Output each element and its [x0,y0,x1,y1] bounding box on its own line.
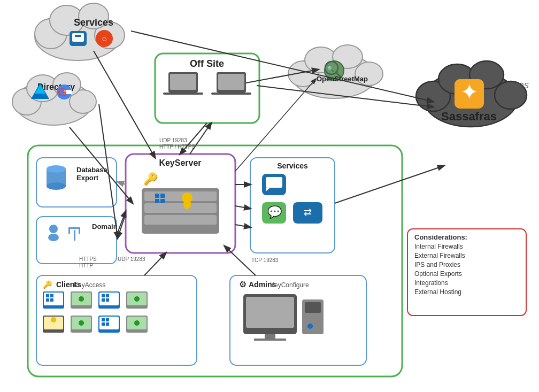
svg-rect-7 [75,35,81,37]
svg-rect-113 [106,322,109,326]
svg-rect-124 [305,302,321,313]
svg-point-107 [79,320,84,326]
svg-rect-97 [102,298,105,302]
svg-text:🔑: 🔑 [43,280,52,289]
proto-https-label: HTTPS [79,256,97,262]
svg-rect-122 [254,339,286,341]
considerations-item-1: Internal Firewalls [414,243,463,250]
sassafras-label: Sassafras [441,110,497,123]
keyserver-label: KeyServer [159,158,201,167]
svg-text:G: G [58,86,67,99]
svg-rect-95 [102,294,105,297]
svg-rect-87 [50,294,53,297]
svg-point-101 [134,296,140,302]
admins-sublabel: KeyConfigure [270,281,309,289]
diagram-container: Services ○ Directory G G [0,0,539,392]
svg-rect-53 [144,203,217,213]
svg-line-127 [94,51,155,158]
considerations-item-2: External Firewalls [414,252,465,259]
svg-point-92 [79,296,84,302]
svg-point-68 [49,225,58,233]
svg-rect-44 [163,93,203,95]
svg-rect-110 [102,318,105,321]
svg-rect-112 [102,322,105,326]
svg-rect-98 [106,298,109,302]
svg-point-104 [51,317,56,322]
svg-rect-86 [46,294,49,297]
proto-tcp-label: TCP 19283 [251,257,279,263]
proto-http-label: HTTP / HTTPS [159,144,195,150]
services-top-label: Services [74,17,113,28]
svg-text:💬: 💬 [267,205,282,219]
proto-udp2-label: UDP 19283 [118,256,145,262]
proto-udp-label: UDP 19283 [159,137,187,143]
svg-rect-54 [144,215,217,225]
svg-rect-71 [68,227,80,229]
svg-rect-6 [72,33,84,42]
svg-point-64 [47,182,66,190]
prs-label: PRS [513,81,529,90]
considerations-item-4: Optional Exports [414,270,462,278]
svg-text:⇄: ⇄ [304,207,312,218]
offsite-label: Off Site [190,58,224,69]
svg-text:○: ○ [102,34,107,43]
svg-rect-89 [50,298,53,302]
svg-point-60 [183,199,191,209]
svg-rect-57 [155,199,159,203]
svg-rect-73 [79,227,80,234]
svg-text:🔑: 🔑 [143,172,158,186]
svg-point-66 [47,165,66,173]
proto-http2-label: HTTP [79,263,93,268]
db-export-sublabel: Export [76,174,99,182]
svg-rect-46 [218,74,244,90]
considerations-title: Considerations: [414,233,467,241]
svg-point-69 [48,234,59,241]
svg-text:🔍: 🔍 [327,65,334,72]
svg-rect-120 [246,297,294,328]
svg-rect-56 [160,194,165,198]
svg-rect-55 [155,194,159,198]
svg-rect-111 [106,318,109,321]
considerations-item-3: IPS and Proxies [414,261,460,268]
svg-rect-76 [266,177,282,188]
svg-text:⚙: ⚙ [239,280,247,289]
clients-sublabel: KeyAccess [74,281,105,289]
svg-point-125 [307,324,313,329]
svg-rect-96 [106,294,109,297]
svg-rect-88 [46,298,49,302]
svg-rect-58 [160,199,165,203]
svg-text:✦: ✦ [461,81,477,103]
svg-rect-121 [265,334,275,339]
svg-rect-43 [170,74,196,90]
considerations-item-5: Integrations [414,279,448,287]
domain-label: Domain [92,222,118,230]
svg-rect-72 [68,227,70,234]
svg-point-116 [134,320,140,326]
svg-rect-47 [211,93,251,95]
services-right-label: Services [277,162,308,170]
svg-rect-70 [74,230,75,241]
considerations-item-6: External Hosting [414,288,461,296]
